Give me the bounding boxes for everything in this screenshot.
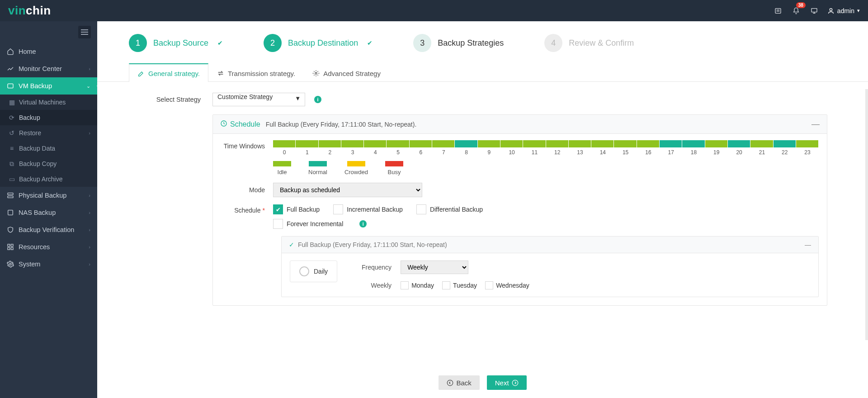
sub-label: Restore [19, 129, 41, 137]
accordion-title: Full Backup (Every Friday, 17:11:00 Star… [298, 241, 447, 248]
database-icon: ≡ [8, 145, 15, 152]
menu-toggle-icon[interactable] [78, 26, 91, 38]
checkbox-icon [442, 281, 450, 289]
list-icon[interactable] [773, 6, 783, 16]
svg-rect-14 [11, 247, 13, 250]
next-button[interactable]: Next [487, 375, 527, 390]
sidebar-item-home[interactable]: Home [0, 43, 97, 60]
select-strategy-dropdown[interactable]: Customize Strategy ▼ [212, 93, 305, 106]
sub-label: Backup Copy [19, 160, 57, 167]
brand-first: vin [8, 4, 26, 17]
svg-rect-3 [811, 8, 817, 12]
checkbox-full-backup[interactable]: ✔Full Backup [273, 204, 320, 214]
home-icon [7, 48, 14, 55]
chevron-down-icon: ⌄ [86, 83, 90, 89]
top-actions: 38 admin ▾ [773, 6, 860, 16]
sidebar-item-resources[interactable]: Resources › [0, 238, 97, 256]
svg-rect-10 [8, 210, 13, 215]
mode-select[interactable]: Backup as scheduled [273, 183, 422, 197]
legend-label: Busy [387, 169, 401, 175]
grid-icon: ▦ [8, 99, 15, 106]
subitem-backup-data[interactable]: ≡Backup Data [0, 141, 97, 156]
svg-point-6 [830, 8, 832, 10]
wizard-footer: Back Next [97, 367, 868, 398]
svg-rect-7 [8, 84, 13, 88]
day-label: Tuesday [453, 282, 477, 289]
schedule-panel: Schedule Full Backup (Every Friday, 17:1… [212, 114, 827, 306]
info-icon[interactable]: i [314, 96, 321, 103]
subitem-virtual-machines[interactable]: ▦Virtual Machines [0, 95, 97, 110]
tab-label: General strategy. [148, 70, 200, 77]
sidebar-item-physical[interactable]: Physical Backup › [0, 187, 97, 204]
step-4[interactable]: 4 Review & Confirm [544, 34, 634, 52]
schedule-title: Schedule [230, 120, 260, 128]
sidebar-item-verification[interactable]: Backup Verification › [0, 221, 97, 238]
scrollbar[interactable] [865, 89, 868, 340]
accordion-header[interactable]: ✓ Full Backup (Every Friday, 17:11:00 St… [282, 237, 818, 253]
arrow-right-icon [512, 379, 519, 386]
info-icon[interactable]: i [359, 220, 367, 227]
frequency-select[interactable]: Weekly [401, 261, 468, 274]
step-1[interactable]: 1 Backup Source ✔ [129, 34, 223, 52]
legend-label: Crowded [344, 169, 368, 175]
subitem-backup[interactable]: ⟳Backup [0, 110, 97, 125]
tab-advanced[interactable]: Advanced Strategy [304, 63, 389, 82]
tab-transmission[interactable]: Transmission strategy. [208, 63, 304, 82]
sidebar-item-nas[interactable]: NAS Backup › [0, 204, 97, 221]
collapse-icon[interactable]: — [811, 119, 820, 129]
checkbox-icon [485, 281, 493, 289]
bell-icon[interactable]: 38 [791, 6, 801, 16]
topbar: vinchin 38 admin ▾ [0, 0, 868, 21]
sidebar-label: Home [19, 48, 36, 55]
radio-daily[interactable]: Daily [299, 266, 328, 276]
step-3[interactable]: 3 Backup Strategies [413, 34, 504, 52]
svg-point-15 [9, 263, 11, 265]
step-number: 4 [544, 34, 562, 52]
undo-icon: ↺ [8, 129, 15, 137]
shield-icon [7, 226, 14, 233]
sidebar-item-vmbackup[interactable]: VM Backup ⌄ [0, 77, 97, 95]
collapse-icon[interactable]: — [805, 241, 811, 248]
day-wednesday[interactable]: Wednesday [485, 281, 529, 289]
monitor-icon[interactable] [809, 6, 819, 16]
day-label: Wednesday [496, 282, 529, 289]
legend-idle: Idle [273, 161, 291, 175]
sidebar-item-system[interactable]: System › [0, 256, 97, 273]
radio-icon [299, 266, 309, 276]
checkbox-differential[interactable]: Differential Backup [416, 204, 483, 214]
sidebar-label: VM Backup [19, 82, 52, 90]
legend-crowded: Crowded [344, 161, 368, 175]
checkbox-label: Incremental Backup [347, 206, 403, 213]
brand-logo: vinchin [8, 4, 51, 18]
schedule-header[interactable]: Schedule Full Backup (Every Friday, 17:1… [213, 115, 827, 134]
mode-label: Mode [221, 186, 273, 194]
checkbox-incremental[interactable]: Incremental Backup [333, 204, 403, 214]
chevron-right-icon: › [89, 261, 90, 267]
step-label: Backup Strategies [438, 38, 504, 48]
button-label: Next [495, 379, 509, 387]
day-tuesday[interactable]: Tuesday [442, 281, 477, 289]
subitem-backup-archive[interactable]: ▭Backup Archive [0, 171, 97, 187]
sub-label: Backup Data [19, 145, 55, 152]
brand-rest: chin [26, 4, 51, 17]
day-label: Monday [411, 282, 434, 289]
step-label: Backup Destination [288, 38, 358, 48]
checkbox-forever-incremental[interactable]: Forever Incremental [273, 219, 343, 229]
step-number: 1 [129, 34, 147, 52]
subitem-backup-copy[interactable]: ⧉Backup Copy [0, 156, 97, 171]
legend-normal: Normal [308, 161, 327, 175]
tab-label: Transmission strategy. [228, 70, 295, 77]
back-button[interactable]: Back [439, 375, 479, 390]
submenu-vmbackup: ▦Virtual Machines ⟳Backup ↺Restore› ≡Bac… [0, 95, 97, 187]
user-menu[interactable]: admin ▾ [827, 7, 860, 14]
frequency-label: Frequency [355, 264, 392, 271]
legend-label: Idle [278, 169, 287, 175]
step-label: Review & Confirm [569, 38, 634, 48]
svg-point-18 [448, 380, 453, 386]
day-monday[interactable]: Monday [401, 281, 434, 289]
tab-general[interactable]: General strategy. [129, 63, 208, 82]
subitem-restore[interactable]: ↺Restore› [0, 125, 97, 141]
sidebar-item-monitor[interactable]: Monitor Center › [0, 60, 97, 77]
step-2[interactable]: 2 Backup Destination ✔ [264, 34, 373, 52]
chevron-right-icon: › [89, 130, 90, 136]
